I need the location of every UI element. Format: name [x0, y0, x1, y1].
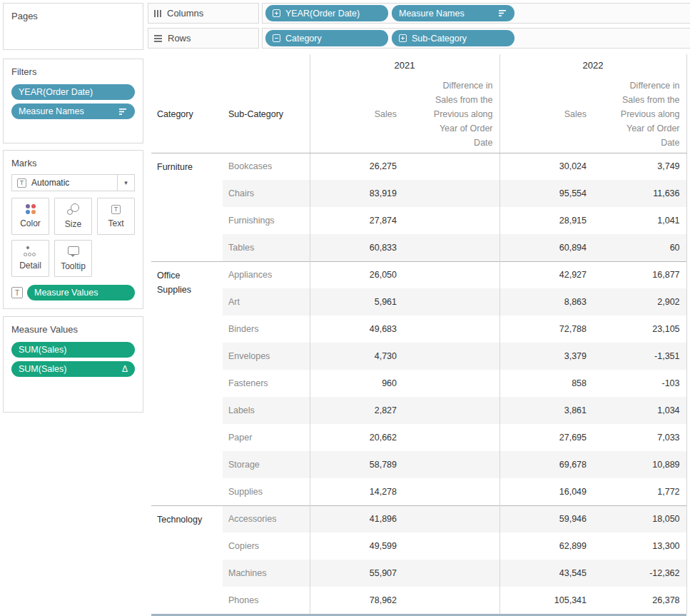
sub-category-row-header[interactable]: Appliances: [223, 261, 310, 288]
columns-shelf-area[interactable]: YEAR(Order Date) Measure Names: [262, 3, 690, 24]
difference-2021-cell[interactable]: [403, 153, 499, 180]
sub-category-row-header[interactable]: Supplies: [223, 478, 310, 505]
year-header-2022[interactable]: 2022: [499, 54, 686, 76]
difference-2022-cell[interactable]: 18,050: [593, 505, 686, 532]
sales-2021-cell[interactable]: 49,683: [310, 315, 403, 343]
expand-icon[interactable]: [273, 9, 280, 17]
difference-2022-cell[interactable]: -12,362: [593, 560, 686, 587]
sales-2022-cell[interactable]: 3,379: [499, 343, 593, 370]
collapse-icon[interactable]: [273, 34, 280, 42]
difference-2022-cell[interactable]: -103: [593, 370, 686, 397]
difference-2022-cell[interactable]: 3,749: [593, 153, 686, 180]
difference-2022-cell[interactable]: 1,034: [593, 397, 686, 424]
sub-category-row-header[interactable]: Machines: [223, 560, 310, 587]
difference-2021-cell[interactable]: [403, 261, 499, 288]
rows-pill-sub-category[interactable]: Sub-Category: [392, 30, 514, 46]
sub-category-row-header[interactable]: Tables: [223, 234, 310, 261]
sub-category-row-header[interactable]: Paper: [223, 424, 310, 451]
sales-2022-cell[interactable]: 8,863: [499, 288, 593, 315]
encoding-pill-measure-values[interactable]: Measure Values: [27, 285, 135, 301]
mark-type-dropdown[interactable]: T Automatic ▾: [11, 174, 135, 191]
year-header-2021[interactable]: 2021: [310, 54, 499, 76]
color-button[interactable]: Color: [11, 198, 49, 235]
difference-header-2021[interactable]: Difference in Sales from the Previous al…: [403, 76, 499, 153]
filters-shelf[interactable]: Filters YEAR(Order Date) Measure Names: [3, 59, 143, 143]
sales-2022-cell[interactable]: 69,678: [499, 451, 593, 478]
difference-2022-cell[interactable]: 1,041: [593, 207, 686, 234]
difference-2022-cell[interactable]: 7,033: [593, 424, 686, 451]
sales-2021-cell[interactable]: 5,961: [310, 288, 403, 315]
difference-header-2022[interactable]: Difference in Sales from the Previous al…: [593, 76, 686, 153]
columns-shelf-label[interactable]: Columns: [148, 3, 259, 24]
sales-2021-cell[interactable]: 960: [310, 370, 403, 397]
difference-2022-cell[interactable]: -1,351: [593, 343, 686, 370]
sub-category-row-header[interactable]: Copiers: [223, 532, 310, 560]
text-button[interactable]: T Text: [97, 198, 135, 235]
expand-icon[interactable]: [399, 34, 407, 42]
difference-2021-cell[interactable]: [403, 207, 499, 234]
pages-shelf[interactable]: Pages: [3, 3, 143, 50]
sales-2021-cell[interactable]: 55,907: [310, 560, 403, 587]
difference-2022-cell[interactable]: 16,877: [593, 261, 686, 288]
difference-2022-cell[interactable]: 10,889: [593, 451, 686, 478]
difference-2022-cell[interactable]: 1,772: [593, 478, 686, 505]
sub-category-row-header[interactable]: Chairs: [223, 180, 310, 207]
sales-2022-cell[interactable]: 62,899: [499, 532, 593, 560]
sales-2021-cell[interactable]: 27,874: [310, 207, 403, 234]
category-row-header[interactable]: Furniture: [151, 153, 223, 261]
sales-2021-cell[interactable]: 14,278: [310, 478, 403, 505]
difference-2022-cell[interactable]: 26,378: [593, 587, 686, 614]
difference-2022-cell[interactable]: 13,300: [593, 532, 686, 560]
sales-2022-cell[interactable]: 858: [499, 370, 593, 397]
sub-category-row-header[interactable]: Bookcases: [223, 153, 310, 180]
difference-2022-cell[interactable]: 2,902: [593, 288, 686, 315]
sub-category-row-header[interactable]: Accessories: [223, 505, 310, 532]
tooltip-button[interactable]: Tooltip: [54, 240, 92, 277]
sales-2021-cell[interactable]: 83,919: [310, 180, 403, 207]
rows-pill-category[interactable]: Category: [265, 30, 388, 46]
sales-2022-cell[interactable]: 43,545: [499, 560, 593, 587]
sub-category-row-header[interactable]: Envelopes: [223, 343, 310, 370]
sales-2021-cell[interactable]: 78,962: [310, 587, 403, 614]
sales-2022-cell[interactable]: 28,915: [499, 207, 593, 234]
sales-header-2022[interactable]: Sales: [499, 76, 593, 153]
sales-2021-cell[interactable]: 41,896: [310, 505, 403, 532]
sales-2022-cell[interactable]: 60,894: [499, 234, 593, 261]
sub-category-row-header[interactable]: Labels: [223, 397, 310, 424]
sales-2021-cell[interactable]: 26,050: [310, 261, 403, 288]
difference-2021-cell[interactable]: [403, 451, 499, 478]
sales-2022-cell[interactable]: 105,341: [499, 587, 593, 614]
sales-2021-cell[interactable]: 58,789: [310, 451, 403, 478]
filter-pill-year-order-date[interactable]: YEAR(Order Date): [11, 84, 135, 100]
size-button[interactable]: Size: [54, 198, 92, 235]
difference-2021-cell[interactable]: [403, 397, 499, 424]
difference-2022-cell[interactable]: 11,636: [593, 180, 686, 207]
difference-2021-cell[interactable]: [403, 560, 499, 587]
difference-2021-cell[interactable]: [403, 478, 499, 505]
columns-pill-year-order-date[interactable]: YEAR(Order Date): [265, 5, 388, 21]
difference-2021-cell[interactable]: [403, 587, 499, 614]
dropdown-caret-icon[interactable]: ▾: [117, 175, 134, 191]
difference-2021-cell[interactable]: [403, 234, 499, 261]
sub-category-row-header[interactable]: Furnishings: [223, 207, 310, 234]
difference-2021-cell[interactable]: [403, 288, 499, 315]
category-row-header[interactable]: Office Supplies: [151, 261, 223, 505]
sales-2022-cell[interactable]: 16,049: [499, 478, 593, 505]
sales-2022-cell[interactable]: 30,024: [499, 153, 593, 180]
difference-2021-cell[interactable]: [403, 343, 499, 370]
sales-2021-cell[interactable]: 20,662: [310, 424, 403, 451]
sales-header-2021[interactable]: Sales: [310, 76, 403, 153]
sub-category-row-header[interactable]: Phones: [223, 587, 310, 614]
sub-category-field-header[interactable]: Sub-Category: [223, 76, 310, 153]
sales-2021-cell[interactable]: 49,599: [310, 532, 403, 560]
measure-pill-sum-sales-delta[interactable]: SUM(Sales) Δ: [11, 361, 135, 377]
difference-2021-cell[interactable]: [403, 180, 499, 207]
detail-button[interactable]: Detail: [11, 240, 49, 277]
sub-category-row-header[interactable]: Art: [223, 288, 310, 315]
difference-2021-cell[interactable]: [403, 505, 499, 532]
sub-category-row-header[interactable]: Storage: [223, 451, 310, 478]
sales-2022-cell[interactable]: 3,861: [499, 397, 593, 424]
sales-2022-cell[interactable]: 72,788: [499, 315, 593, 343]
sales-2021-cell[interactable]: 2,827: [310, 397, 403, 424]
sales-2021-cell[interactable]: 4,730: [310, 343, 403, 370]
